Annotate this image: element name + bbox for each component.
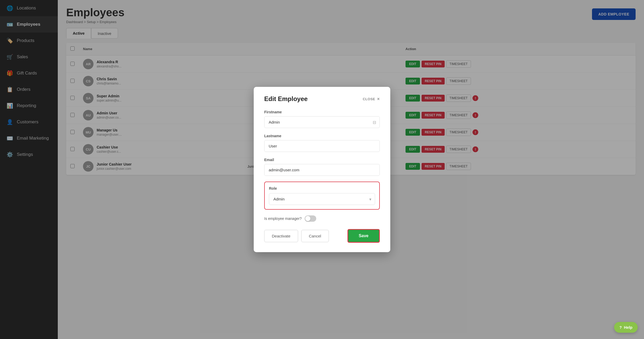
role-group-highlighted: Role Admin Manager Cashier Junior Cashie…	[264, 182, 380, 210]
firstname-label: Firstname	[264, 110, 380, 114]
deactivate-button[interactable]: Deactivate	[264, 230, 298, 242]
modal-close-button[interactable]: CLOSE ✕	[363, 97, 380, 101]
email-label: Email	[264, 158, 380, 162]
help-icon: ?	[619, 325, 622, 330]
lastname-label: Lastname	[264, 134, 380, 138]
firstname-input-wrapper: ⊟	[264, 116, 380, 128]
lastname-input[interactable]	[264, 140, 380, 152]
role-select-wrapper: Admin Manager Cashier Junior Cashier ▾	[269, 193, 375, 205]
help-label: Help	[624, 325, 632, 330]
save-button[interactable]: Save	[347, 229, 380, 243]
modal-overlay[interactable]: Edit Employee CLOSE ✕ Firstname ⊟ Lastna…	[0, 0, 644, 339]
modal-header: Edit Employee CLOSE ✕	[264, 95, 380, 103]
modal-title: Edit Employee	[264, 95, 308, 103]
close-label: CLOSE	[363, 97, 375, 101]
manager-toggle[interactable]	[305, 215, 316, 222]
toggle-knob	[305, 216, 310, 221]
cancel-button[interactable]: Cancel	[301, 230, 329, 242]
firstname-input[interactable]	[264, 116, 380, 128]
email-group: Email	[264, 158, 380, 176]
firstname-group: Firstname ⊟	[264, 110, 380, 128]
manager-toggle-row: Is employee manager?	[264, 215, 380, 222]
email-input[interactable]	[264, 164, 380, 176]
manager-toggle-label: Is employee manager?	[264, 216, 302, 221]
contact-card-icon: ⊟	[373, 120, 376, 125]
close-icon: ✕	[377, 97, 380, 101]
modal-actions: Deactivate Cancel Save	[264, 229, 380, 243]
lastname-group: Lastname	[264, 134, 380, 152]
edit-employee-modal: Edit Employee CLOSE ✕ Firstname ⊟ Lastna…	[254, 87, 390, 252]
role-select[interactable]: Admin Manager Cashier Junior Cashier	[269, 193, 375, 205]
help-button[interactable]: ? Help	[614, 322, 638, 333]
role-label: Role	[269, 186, 375, 190]
